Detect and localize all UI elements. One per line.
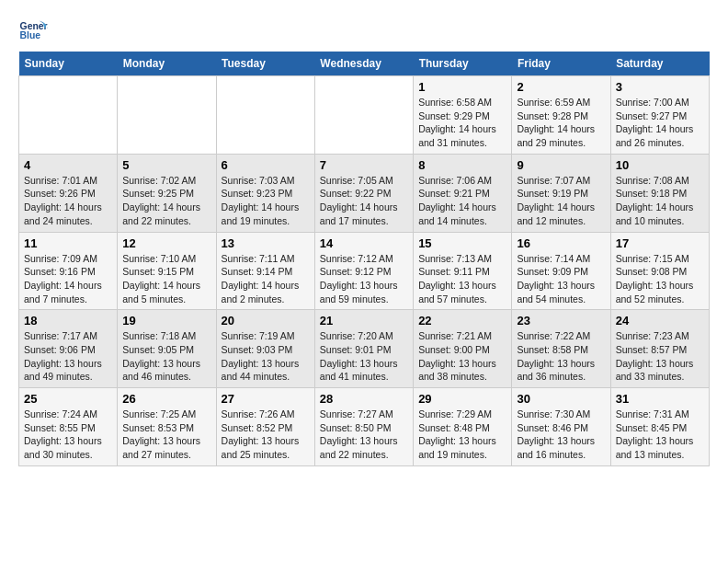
calendar-cell: 19Sunrise: 7:18 AM Sunset: 9:05 PM Dayli… — [118, 310, 216, 388]
day-number: 11 — [24, 236, 112, 250]
day-info: Sunrise: 7:07 AM Sunset: 9:19 PM Dayligh… — [517, 174, 605, 228]
day-number: 26 — [122, 392, 210, 406]
calendar-cell: 16Sunrise: 7:14 AM Sunset: 9:09 PM Dayli… — [512, 232, 610, 310]
calendar-cell: 20Sunrise: 7:19 AM Sunset: 9:03 PM Dayli… — [216, 310, 314, 388]
day-info: Sunrise: 7:31 AM Sunset: 8:45 PM Dayligh… — [616, 408, 704, 462]
calendar-cell: 29Sunrise: 7:29 AM Sunset: 8:48 PM Dayli… — [414, 388, 512, 466]
day-number: 23 — [517, 314, 605, 327]
day-info: Sunrise: 7:11 AM Sunset: 9:14 PM Dayligh… — [222, 252, 310, 306]
day-number: 31 — [616, 392, 704, 406]
calendar-cell: 27Sunrise: 7:26 AM Sunset: 8:52 PM Dayli… — [216, 388, 314, 466]
calendar-cell — [314, 76, 413, 155]
weekday-header-monday: Monday — [118, 52, 216, 76]
day-number: 1 — [418, 80, 506, 94]
day-number: 15 — [418, 236, 506, 250]
day-info: Sunrise: 7:06 AM Sunset: 9:21 PM Dayligh… — [418, 174, 506, 228]
day-info: Sunrise: 7:05 AM Sunset: 9:22 PM Dayligh… — [320, 174, 408, 228]
calendar-cell: 10Sunrise: 7:08 AM Sunset: 9:18 PM Dayli… — [610, 154, 709, 232]
day-info: Sunrise: 7:25 AM Sunset: 8:53 PM Dayligh… — [122, 408, 210, 462]
calendar-cell: 7Sunrise: 7:05 AM Sunset: 9:22 PM Daylig… — [314, 154, 413, 232]
calendar-table: SundayMondayTuesdayWednesdayThursdayFrid… — [18, 52, 710, 466]
calendar-cell: 21Sunrise: 7:20 AM Sunset: 9:01 PM Dayli… — [314, 310, 413, 388]
week-row-2: 4Sunrise: 7:01 AM Sunset: 9:26 PM Daylig… — [19, 154, 710, 232]
calendar-cell: 28Sunrise: 7:27 AM Sunset: 8:50 PM Dayli… — [314, 388, 413, 466]
calendar-cell: 26Sunrise: 7:25 AM Sunset: 8:53 PM Dayli… — [118, 388, 216, 466]
calendar-cell — [118, 76, 216, 155]
day-info: Sunrise: 7:26 AM Sunset: 8:52 PM Dayligh… — [222, 408, 310, 462]
weekday-header-thursday: Thursday — [414, 52, 512, 76]
day-info: Sunrise: 7:02 AM Sunset: 9:25 PM Dayligh… — [122, 174, 210, 228]
calendar-header: SundayMondayTuesdayWednesdayThursdayFrid… — [19, 52, 710, 76]
calendar-cell: 22Sunrise: 7:21 AM Sunset: 9:00 PM Dayli… — [414, 310, 512, 388]
day-number: 8 — [418, 158, 506, 172]
calendar-cell: 9Sunrise: 7:07 AM Sunset: 9:19 PM Daylig… — [512, 154, 610, 232]
calendar-cell: 12Sunrise: 7:10 AM Sunset: 9:15 PM Dayli… — [118, 232, 216, 310]
calendar-cell: 4Sunrise: 7:01 AM Sunset: 9:26 PM Daylig… — [19, 154, 118, 232]
calendar-cell: 1Sunrise: 6:58 AM Sunset: 9:29 PM Daylig… — [414, 76, 512, 155]
svg-text:General: General — [20, 21, 48, 31]
day-number: 4 — [24, 158, 112, 172]
day-info: Sunrise: 7:21 AM Sunset: 9:00 PM Dayligh… — [418, 329, 506, 384]
day-number: 30 — [517, 392, 605, 406]
calendar-cell: 3Sunrise: 7:00 AM Sunset: 9:27 PM Daylig… — [610, 76, 709, 155]
calendar-body: 1Sunrise: 6:58 AM Sunset: 9:29 PM Daylig… — [19, 76, 710, 466]
day-number: 10 — [616, 158, 704, 172]
day-number: 14 — [320, 236, 408, 250]
calendar-cell: 13Sunrise: 7:11 AM Sunset: 9:14 PM Dayli… — [216, 232, 314, 310]
day-number: 25 — [24, 392, 112, 406]
day-number: 27 — [222, 392, 310, 406]
day-number: 29 — [418, 392, 506, 406]
weekday-header-wednesday: Wednesday — [314, 52, 413, 76]
day-info: Sunrise: 7:08 AM Sunset: 9:18 PM Dayligh… — [616, 174, 704, 228]
calendar-cell: 17Sunrise: 7:15 AM Sunset: 9:08 PM Dayli… — [610, 232, 709, 310]
day-number: 16 — [517, 236, 605, 250]
day-number: 6 — [222, 158, 310, 172]
logo-icon: General Blue — [18, 15, 48, 44]
day-number: 22 — [418, 314, 506, 327]
day-info: Sunrise: 7:12 AM Sunset: 9:12 PM Dayligh… — [320, 252, 408, 306]
day-number: 12 — [122, 236, 210, 250]
day-info: Sunrise: 7:20 AM Sunset: 9:01 PM Dayligh… — [320, 329, 408, 384]
day-info: Sunrise: 7:18 AM Sunset: 9:05 PM Dayligh… — [122, 329, 210, 384]
calendar-cell: 31Sunrise: 7:31 AM Sunset: 8:45 PM Dayli… — [610, 388, 709, 466]
calendar-cell: 5Sunrise: 7:02 AM Sunset: 9:25 PM Daylig… — [118, 154, 216, 232]
day-info: Sunrise: 7:17 AM Sunset: 9:06 PM Dayligh… — [24, 329, 112, 384]
day-info: Sunrise: 7:00 AM Sunset: 9:27 PM Dayligh… — [616, 96, 704, 150]
week-row-4: 18Sunrise: 7:17 AM Sunset: 9:06 PM Dayli… — [19, 310, 710, 388]
day-info: Sunrise: 7:19 AM Sunset: 9:03 PM Dayligh… — [222, 329, 310, 384]
day-info: Sunrise: 7:27 AM Sunset: 8:50 PM Dayligh… — [320, 408, 408, 462]
day-info: Sunrise: 7:29 AM Sunset: 8:48 PM Dayligh… — [418, 408, 506, 462]
calendar-cell: 2Sunrise: 6:59 AM Sunset: 9:28 PM Daylig… — [512, 76, 610, 155]
day-info: Sunrise: 7:14 AM Sunset: 9:09 PM Dayligh… — [517, 252, 605, 306]
day-number: 19 — [122, 314, 210, 327]
day-info: Sunrise: 6:59 AM Sunset: 9:28 PM Dayligh… — [517, 96, 605, 150]
calendar-cell: 8Sunrise: 7:06 AM Sunset: 9:21 PM Daylig… — [414, 154, 512, 232]
week-row-5: 25Sunrise: 7:24 AM Sunset: 8:55 PM Dayli… — [19, 388, 710, 466]
weekday-header-tuesday: Tuesday — [216, 52, 314, 76]
week-row-1: 1Sunrise: 6:58 AM Sunset: 9:29 PM Daylig… — [19, 76, 710, 155]
day-info: Sunrise: 7:24 AM Sunset: 8:55 PM Dayligh… — [24, 408, 112, 462]
day-number: 21 — [320, 314, 408, 327]
day-number: 9 — [517, 158, 605, 172]
header: General Blue — [18, 15, 710, 44]
calendar-cell: 30Sunrise: 7:30 AM Sunset: 8:46 PM Dayli… — [512, 388, 610, 466]
day-number: 5 — [122, 158, 210, 172]
calendar-cell: 6Sunrise: 7:03 AM Sunset: 9:23 PM Daylig… — [216, 154, 314, 232]
calendar-cell: 25Sunrise: 7:24 AM Sunset: 8:55 PM Dayli… — [19, 388, 118, 466]
day-number: 18 — [24, 314, 112, 327]
weekday-header-friday: Friday — [512, 52, 610, 76]
day-info: Sunrise: 6:58 AM Sunset: 9:29 PM Dayligh… — [418, 96, 506, 150]
week-row-3: 11Sunrise: 7:09 AM Sunset: 9:16 PM Dayli… — [19, 232, 710, 310]
svg-text:Blue: Blue — [20, 30, 41, 40]
day-info: Sunrise: 7:23 AM Sunset: 8:57 PM Dayligh… — [616, 329, 704, 384]
day-info: Sunrise: 7:30 AM Sunset: 8:46 PM Dayligh… — [517, 408, 605, 462]
weekday-header-saturday: Saturday — [610, 52, 709, 76]
day-info: Sunrise: 7:10 AM Sunset: 9:15 PM Dayligh… — [122, 252, 210, 306]
calendar-cell: 24Sunrise: 7:23 AM Sunset: 8:57 PM Dayli… — [610, 310, 709, 388]
day-number: 13 — [222, 236, 310, 250]
day-number: 3 — [616, 80, 704, 94]
calendar-cell — [19, 76, 118, 155]
weekday-row: SundayMondayTuesdayWednesdayThursdayFrid… — [19, 52, 710, 76]
day-number: 20 — [222, 314, 310, 327]
calendar-cell — [216, 76, 314, 155]
